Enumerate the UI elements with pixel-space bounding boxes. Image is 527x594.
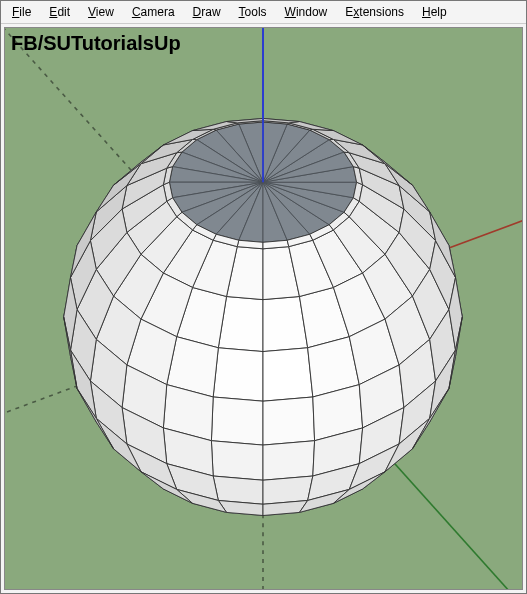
menu-file[interactable]: File: [7, 3, 36, 21]
menu-edit[interactable]: Edit: [44, 3, 75, 21]
svg-marker-196: [211, 397, 263, 445]
app-window: File Edit View Camera Draw Tools Window …: [0, 0, 527, 594]
svg-marker-180: [213, 348, 263, 401]
menu-view[interactable]: View: [83, 3, 119, 21]
svg-marker-236: [213, 476, 263, 504]
svg-marker-197: [263, 397, 315, 445]
scene-canvas: [5, 28, 522, 589]
menu-window[interactable]: Window: [280, 3, 333, 21]
menu-camera[interactable]: Camera: [127, 3, 180, 21]
svg-marker-217: [263, 441, 315, 481]
viewport-frame: FB/SUTutorialsUp: [1, 24, 526, 593]
svg-marker-216: [211, 441, 263, 481]
3d-viewport[interactable]: FB/SUTutorialsUp: [4, 27, 523, 590]
svg-marker-181: [263, 348, 313, 401]
menu-help[interactable]: Help: [417, 3, 452, 21]
menu-bar: File Edit View Camera Draw Tools Window …: [1, 1, 526, 24]
menu-draw[interactable]: Draw: [188, 3, 226, 21]
svg-marker-237: [263, 476, 313, 504]
menu-tools[interactable]: Tools: [234, 3, 272, 21]
menu-extensions[interactable]: Extensions: [340, 3, 409, 21]
